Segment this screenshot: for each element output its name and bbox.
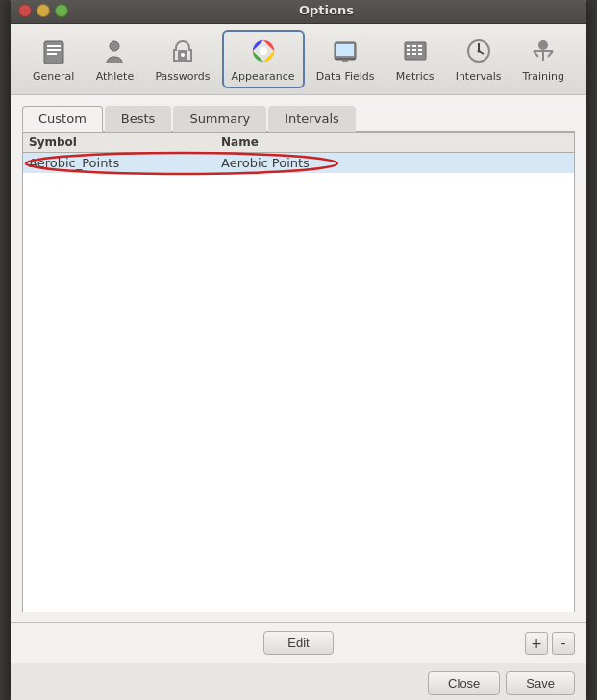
tab-custom[interactable]: Custom [22,106,103,132]
toolbar-appearance[interactable]: Appearance [224,32,303,87]
bottom-action-bar: Edit + - [11,622,586,662]
intervals-icon [463,36,494,66]
table-cell-name: Aerobic Points [221,156,568,170]
table-row-wrapper: Aerobic_Points Aerobic Points [23,153,574,173]
toolbar: General Athlete Passwords [11,24,586,95]
toolbar-metrics-label: Metrics [396,70,435,83]
svg-rect-12 [342,60,348,62]
options-window: Options General Athlete [10,0,587,700]
svg-rect-2 [47,49,61,51]
svg-rect-15 [407,49,410,51]
close-button[interactable]: Close [428,671,500,695]
remove-button[interactable]: - [552,632,575,655]
titlebar: Options [11,0,586,24]
toolbar-intervals[interactable]: Intervals [448,32,510,87]
maximize-window-button[interactable] [55,4,68,17]
toolbar-appearance-label: Appearance [232,70,295,83]
svg-rect-16 [407,53,410,55]
svg-rect-14 [407,45,410,47]
toolbar-athlete-label: Athlete [96,70,135,83]
add-button[interactable]: + [525,632,548,655]
window-controls [18,4,68,17]
svg-point-8 [260,47,267,55]
athlete-icon [99,36,130,66]
svg-rect-10 [336,44,354,56]
toolbar-general-label: General [33,70,74,83]
svg-point-27 [538,40,548,50]
content-area: Custom Bests Summary Intervals Symbol Na… [11,95,586,622]
toolbar-athlete[interactable]: Athlete [87,32,141,87]
svg-point-6 [181,53,185,57]
table-cell-symbol: Aerobic_Points [29,156,221,170]
toolbar-intervals-label: Intervals [456,70,502,83]
toolbar-training-label: Training [523,70,564,83]
svg-rect-22 [418,53,422,55]
general-icon [38,36,69,66]
tab-intervals[interactable]: Intervals [268,106,356,132]
tabs-bar: Custom Bests Summary Intervals [22,105,575,132]
symbol-header: Symbol [29,136,221,149]
svg-rect-11 [335,58,356,60]
toolbar-training[interactable]: Training [515,32,572,87]
tab-summary[interactable]: Summary [173,106,266,132]
appearance-icon [248,36,279,66]
save-button[interactable]: Save [506,671,575,695]
svg-rect-20 [418,45,422,47]
toolbar-datafields-label: Data Fields [316,70,375,83]
toolbar-general[interactable]: General [25,32,82,87]
svg-point-26 [477,50,480,53]
toolbar-passwords[interactable]: Passwords [147,32,217,87]
passwords-icon [167,36,198,66]
svg-rect-19 [412,53,416,55]
custom-table[interactable]: Symbol Name Aerobic_Points Aerobic Point… [22,132,575,612]
toolbar-datafields[interactable]: Data Fields [309,32,383,87]
svg-rect-3 [47,53,57,55]
tab-bests[interactable]: Bests [105,106,172,132]
svg-rect-21 [418,49,422,51]
datafields-icon [330,36,361,66]
metrics-icon [400,36,431,66]
name-header: Name [221,136,568,149]
edit-button[interactable]: Edit [263,631,333,655]
table-row[interactable]: Aerobic_Points Aerobic Points [23,153,574,173]
svg-rect-17 [412,45,416,47]
footer-bar: Close Save [11,662,586,700]
svg-rect-1 [47,45,61,47]
training-icon [528,36,559,66]
minimize-window-button[interactable] [37,4,50,17]
toolbar-passwords-label: Passwords [155,70,210,83]
svg-point-4 [110,41,119,51]
toolbar-metrics[interactable]: Metrics [388,32,442,87]
table-header: Symbol Name [23,133,574,153]
close-window-button[interactable] [18,4,32,17]
svg-rect-18 [412,49,416,51]
window-title: Options [74,3,579,17]
